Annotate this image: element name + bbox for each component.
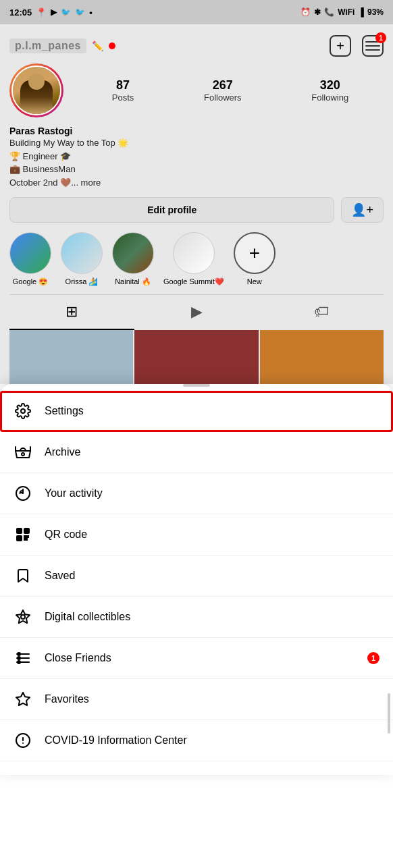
phone-icon: 📞 (324, 7, 334, 17)
dot-indicator: • (89, 7, 93, 18)
add-post-button[interactable]: + (330, 35, 351, 57)
bio-section: Paras Rastogi Building My Way to the Top… (9, 126, 384, 189)
add-person-button[interactable]: 👤+ (341, 197, 384, 223)
menu-item-close-friends[interactable]: Close Friends 1 (0, 638, 393, 679)
svg-point-14 (18, 657, 20, 659)
collectibles-label: Digital collectibles (45, 611, 130, 623)
highlight-new[interactable]: + New (234, 232, 276, 286)
highlight-orissa-circle (61, 232, 103, 274)
svg-marker-16 (16, 693, 30, 705)
menu-item-settings[interactable]: Settings (0, 391, 393, 432)
settings-icon (15, 403, 31, 419)
menu-item-saved[interactable]: Saved (0, 555, 393, 597)
highlight-nainital[interactable]: Nainital 🔥 (112, 232, 154, 286)
highlight-google[interactable]: Google 😍 (9, 232, 51, 286)
svg-point-15 (18, 661, 20, 663)
archive-icon-wrap (14, 443, 32, 462)
avatar-image (11, 65, 61, 115)
avatar[interactable] (9, 63, 63, 117)
twitter-icon: 🐦 (61, 7, 71, 17)
close-friends-label: Close Friends (45, 652, 111, 664)
grid-tab-icon: ⊞ (66, 303, 78, 321)
status-bar: 12:05 📍 ▶ 🐦 🐦 • ⏰ ✱ 📞 WiFi ▐ 93% (0, 0, 393, 24)
plus-icon: + (336, 38, 344, 54)
edit-profile-button[interactable]: Edit profile (9, 197, 334, 223)
menu-item-qr-code[interactable]: QR code (0, 514, 393, 555)
close-friends-icon-wrap (14, 649, 32, 668)
qr-label: QR code (45, 528, 87, 541)
scrollbar (388, 693, 390, 734)
highlight-nainital-label: Nainital 🔥 (115, 277, 151, 286)
followers-count: 267 (213, 78, 233, 92)
battery: 93% (367, 7, 384, 17)
wifi-icon: WiFi (338, 7, 355, 17)
grid-cell-3 (260, 330, 384, 384)
svg-point-1 (22, 453, 24, 456)
profile-section: p.l.m_panes ✏️ + 1 (0, 24, 393, 384)
time: 12:05 (9, 7, 32, 18)
saved-label: Saved (45, 570, 75, 582)
following-label: Following (311, 92, 348, 103)
profile-name: Paras Rastogi (9, 126, 384, 136)
tab-tagged[interactable]: 🏷 (259, 295, 384, 330)
qr-icon-wrap (14, 525, 32, 544)
tab-grid[interactable]: ⊞ (9, 295, 134, 330)
menu-item-your-activity[interactable]: Your activity (0, 473, 393, 514)
twitter-icon2: 🐦 (75, 7, 85, 17)
highlights-row: Google 😍 Orissa 🏄 Nainital 🔥 Google Summ… (9, 232, 384, 294)
highlight-orissa-label: Orissa 🏄 (66, 277, 99, 286)
highlight-google-summit[interactable]: Google Summit❤️ (163, 232, 224, 286)
svg-rect-6 (18, 530, 20, 532)
signal-icon: ▐ (358, 7, 364, 17)
following-stat[interactable]: 320 Following (311, 78, 348, 103)
drag-handle[interactable] (183, 384, 210, 387)
svg-point-13 (18, 653, 20, 655)
grid-preview (9, 330, 384, 384)
followers-stat[interactable]: 267 Followers (204, 78, 242, 103)
new-plus-icon: + (249, 242, 260, 264)
username: p.l.m_panes (9, 38, 86, 53)
hamburger-menu-button[interactable]: 1 (362, 35, 384, 57)
menu-item-digital-collectibles[interactable]: Digital collectibles (0, 597, 393, 638)
highlight-new-circle: + (234, 232, 276, 274)
activity-icon (15, 485, 31, 501)
edit-icon[interactable]: ✏️ (92, 40, 103, 51)
saved-icon-wrap (14, 566, 32, 585)
activity-icon-wrap (14, 484, 32, 503)
bottom-sheet: Settings Archive Your activity (0, 384, 393, 775)
posts-count: 87 (116, 78, 130, 92)
tab-reels[interactable]: ▶ (134, 295, 259, 330)
menu-item-favorites[interactable]: Favorites (0, 679, 393, 720)
collectibles-icon-wrap (14, 607, 32, 626)
top-bar: p.l.m_panes ✏️ + 1 (9, 31, 384, 63)
archive-label: Archive (45, 446, 80, 458)
highlight-orissa[interactable]: Orissa 🏄 (61, 232, 103, 286)
alarm-icon: ⏰ (300, 7, 311, 17)
svg-point-0 (21, 409, 25, 413)
bio-line-2: 🏆 Engineer 🎓 (9, 150, 384, 163)
tabs-row: ⊞ ▶ 🏷 (9, 294, 384, 330)
menu-item-covid[interactable]: COVID-19 Information Center (0, 720, 393, 761)
bio-line-4: October 2nd 🤎... more (9, 176, 384, 190)
saved-icon (15, 568, 31, 584)
highlight-google-summit-label: Google Summit❤️ (163, 277, 224, 286)
reels-tab-icon: ▶ (191, 303, 203, 321)
username-area: p.l.m_panes ✏️ (9, 38, 115, 53)
close-friends-badge: 1 (367, 652, 379, 664)
posts-stat[interactable]: 87 Posts (112, 78, 134, 103)
menu-item-archive[interactable]: Archive (0, 432, 393, 473)
covid-icon-wrap (14, 731, 32, 750)
svg-rect-8 (18, 537, 20, 539)
highlight-google-summit-circle (173, 232, 215, 274)
archive-icon (15, 444, 31, 460)
close-friends-icon (15, 650, 31, 666)
highlight-google-label: Google 😍 (13, 277, 49, 286)
bio-line-1: Building My Way to the Top 🌟 (9, 136, 384, 150)
favorites-icon (15, 691, 31, 707)
profile-row: 87 Posts 267 Followers 320 Following (9, 63, 384, 117)
highlight-google-circle (9, 232, 51, 274)
youtube-icon: ▶ (51, 7, 57, 17)
favorites-label: Favorites (45, 693, 89, 705)
bluetooth-icon: ✱ (314, 7, 321, 17)
collectibles-icon (15, 609, 31, 625)
